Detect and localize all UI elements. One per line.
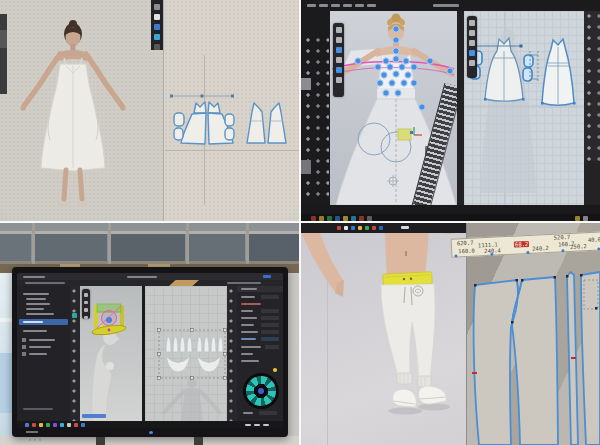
taskbar-app-icon[interactable] <box>46 423 50 427</box>
pattern-bodice-right[interactable] <box>208 102 220 113</box>
pattern-2d-pants[interactable] <box>467 223 600 445</box>
pattern-2d-window[interactable] <box>464 11 586 205</box>
tool-icon[interactable] <box>336 57 342 63</box>
scene-browser-panel[interactable] <box>17 286 70 421</box>
pattern-pant-back[interactable] <box>474 280 518 445</box>
pattern-bodice-left[interactable] <box>194 102 206 113</box>
tool-icon[interactable] <box>84 316 88 320</box>
taskbar-app-icon[interactable] <box>372 226 376 230</box>
pattern-pocket[interactable] <box>225 128 234 140</box>
taskbar-app-icon[interactable] <box>53 423 57 427</box>
taskbar-app-icon[interactable] <box>39 423 43 427</box>
endpoint-dot <box>562 249 565 252</box>
taskbar-app-icon[interactable] <box>337 226 341 230</box>
pattern-dress-front[interactable] <box>247 103 265 143</box>
pattern-dress-back[interactable] <box>268 103 286 143</box>
pattern-pieces-dress[interactable] <box>165 80 298 168</box>
tool-icon[interactable] <box>336 37 342 43</box>
taskbar[interactable] <box>17 421 283 428</box>
properties-panel[interactable] <box>237 286 283 421</box>
tool-icon[interactable] <box>154 14 160 20</box>
taskbar-app-icon[interactable] <box>32 423 36 427</box>
ceiling-frame-h <box>0 231 299 234</box>
menu-item[interactable] <box>307 4 316 7</box>
pattern-pocket[interactable] <box>174 113 184 126</box>
display-screen <box>17 273 283 428</box>
viewport-status-text <box>82 414 106 418</box>
color-wheel-center[interactable] <box>258 388 264 394</box>
pattern-pieces-2d[interactable] <box>464 11 586 205</box>
tool-icon[interactable] <box>84 301 88 305</box>
tool-column-2d[interactable] <box>227 286 237 421</box>
taskbar-app-icon[interactable] <box>74 423 78 427</box>
tool-active-teal[interactable] <box>72 313 77 318</box>
pattern-pocket[interactable] <box>174 128 183 140</box>
measure-value-highlighted: 68.2 <box>514 241 530 248</box>
tool-icon[interactable] <box>469 40 475 46</box>
mannequin-torso <box>92 344 112 421</box>
tray-icon[interactable] <box>254 424 260 426</box>
tool-icon[interactable] <box>469 50 475 56</box>
menu-item[interactable] <box>331 4 340 7</box>
ceiling <box>0 223 299 273</box>
taskbar-app-icon[interactable] <box>351 226 355 230</box>
fabric-patch[interactable] <box>398 129 411 140</box>
tool-icon[interactable] <box>336 77 342 83</box>
tool-icon[interactable] <box>154 34 160 40</box>
endpoint-dot <box>490 253 493 256</box>
pattern-float-toolbar[interactable] <box>467 16 477 78</box>
menu-bar[interactable] <box>307 3 427 8</box>
tool-icon[interactable] <box>84 308 88 312</box>
pants-pattern-pieces[interactable] <box>467 247 600 445</box>
collage-seam-horizontal <box>0 221 600 223</box>
pattern-skirt-left[interactable] <box>181 113 206 144</box>
taskbar-app-icon[interactable] <box>365 226 369 230</box>
viewport-3d[interactable] <box>330 11 457 205</box>
taskbar-app-icon[interactable] <box>81 423 85 427</box>
right-toolbar[interactable] <box>584 11 600 161</box>
highlight-dot-yellow <box>273 368 277 372</box>
tool-icon[interactable] <box>469 60 475 66</box>
left-panel-block <box>301 78 311 90</box>
taskbar-app-icon[interactable] <box>358 226 362 230</box>
viewport-float-toolbar[interactable] <box>82 289 90 319</box>
left-toolbar[interactable] <box>303 35 329 200</box>
hat-pattern-pieces[interactable] <box>166 337 223 372</box>
measure-value: 620.7 <box>457 240 474 247</box>
viewport-3d-pants[interactable] <box>301 223 466 445</box>
quadrant-cad-closeup <box>301 0 600 221</box>
tool-column-3d[interactable] <box>70 286 80 421</box>
viewport-2d-hat-patterns[interactable] <box>145 286 227 421</box>
taskbar-app-icon[interactable] <box>67 423 71 427</box>
taskbar-app-icon[interactable] <box>344 226 348 230</box>
tool-icon[interactable] <box>154 44 160 50</box>
stand-feet-dots <box>28 438 42 441</box>
tool-icon[interactable] <box>336 47 342 53</box>
tool-icon[interactable] <box>84 293 88 297</box>
tool-icon[interactable] <box>469 20 475 26</box>
selected-tree-item[interactable] <box>19 319 68 325</box>
menu-item[interactable] <box>319 4 328 7</box>
viewport-float-toolbar[interactable] <box>333 23 344 97</box>
viewport-3d-hat[interactable] <box>80 286 142 421</box>
monitor-leg <box>194 437 203 445</box>
tray-icon[interactable] <box>245 424 251 426</box>
taskbar-app-icon[interactable] <box>379 226 383 230</box>
mini-toolbar[interactable] <box>151 0 163 50</box>
tool-icon[interactable] <box>336 27 342 33</box>
sweatpants <box>381 284 435 379</box>
avatar-3d-dress <box>10 18 142 218</box>
tool-icon[interactable] <box>336 67 342 73</box>
menu-item[interactable] <box>367 4 376 7</box>
menu-item[interactable] <box>343 4 352 7</box>
tool-icon[interactable] <box>469 30 475 36</box>
pattern-pant-front[interactable] <box>512 277 558 445</box>
tray-icon[interactable] <box>263 424 269 426</box>
ceiling-frame-v <box>186 223 189 264</box>
tool-icon[interactable] <box>154 4 160 10</box>
menu-item[interactable] <box>355 4 364 7</box>
tool-icon[interactable] <box>154 24 160 30</box>
taskbar-app-icon[interactable] <box>25 423 29 427</box>
taskbar-app-icon[interactable] <box>60 423 64 427</box>
pattern-pocket[interactable] <box>225 114 234 126</box>
